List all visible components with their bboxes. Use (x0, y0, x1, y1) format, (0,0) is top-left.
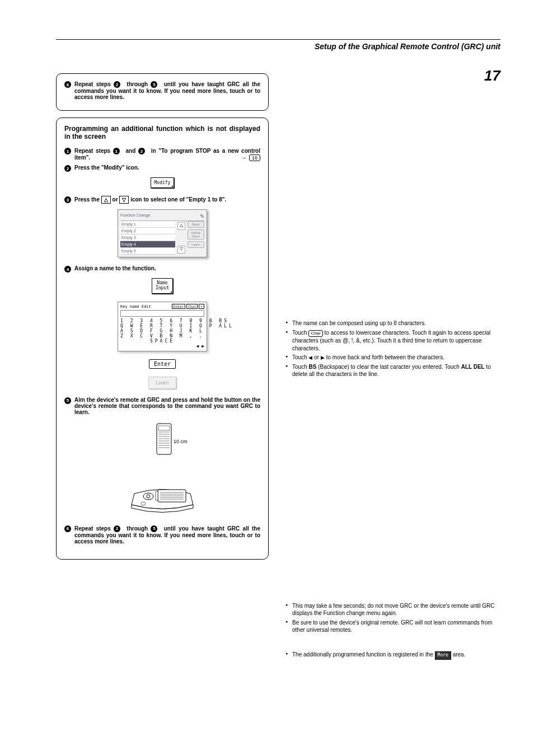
pencil-icon: ✎ (200, 213, 204, 219)
figure-learn: Learn (64, 377, 260, 389)
back-button[interactable]: Back (188, 221, 204, 228)
step-1-text: Repeat steps 1 and 2 in "To program STOP… (74, 147, 260, 161)
list-item[interactable]: Empty 4 (120, 241, 175, 248)
note-item: Be sure to use the device's original rem… (285, 619, 500, 634)
step-badge-inline-5: 5 (151, 81, 157, 88)
enter-button[interactable]: Enter (149, 359, 176, 369)
list-item[interactable]: Empty 1 (120, 221, 175, 228)
step-badge-inline-1: 1 (113, 148, 120, 154)
step-badge-3: 3 (64, 196, 71, 203)
figure-function-change: Function Change✎ Empty 1 Empty 2 Empty 3… (64, 209, 260, 257)
scroll-down-icon[interactable]: ▽ (177, 246, 185, 253)
note-item: The additionally programmed function is … (285, 651, 500, 660)
page-ref-wrap: →16 (241, 154, 260, 161)
step-6-text: Repeat steps 2 through 5 until you have … (74, 81, 260, 100)
up-icon[interactable]: △ (101, 196, 111, 204)
panel-list: Empty 1 Empty 2 Empty 3 Empty 4 Empty 5 (120, 221, 175, 255)
panel-scroll: △ ▽ (177, 221, 185, 255)
remote-diagram: 10 cm (118, 421, 207, 516)
right-arrow-icon[interactable]: ▶ (321, 355, 325, 360)
instruction-box-programming: Programming an additional function which… (56, 118, 269, 560)
page-number: 17 (484, 67, 500, 84)
step-badge-inline-2c: 2 (114, 525, 120, 532)
step-3-text: Press the △ or ▽ icon to select one of "… (74, 196, 260, 204)
keyboard-header: Key name Edit (120, 304, 151, 309)
step-badge-4: 4 (64, 266, 71, 273)
step-6b-text: Repeat steps 2 through 5 until you have … (74, 525, 260, 544)
more-button[interactable]: More (435, 651, 451, 660)
name-input-button[interactable]: Name Input (188, 229, 204, 240)
notes-block-b: This may take a few seconds; do not move… (285, 602, 500, 660)
step-badge-inline-5b: 5 (151, 525, 157, 532)
bs-label: BS (308, 364, 316, 370)
left-column: 6 Repeat steps 2 through 5 until you hav… (56, 73, 269, 677)
note-item: Touch ◀ or ▶ to move back and forth betw… (285, 354, 500, 361)
scroll-up-icon[interactable]: △ (177, 222, 185, 230)
notes-block-a: The name can be composed using up to 8 c… (285, 320, 500, 378)
figure-keyboard: Key name Edit EnterChar✎ 1 2 3 4 5 6 7 8… (64, 302, 260, 351)
panel-side: Back Name Input Learn (188, 221, 204, 255)
name-input-btn[interactable]: Name Input (152, 278, 173, 294)
step-badge-inline-2b: 2 (138, 148, 145, 154)
figure-modify: Modify (64, 177, 260, 188)
down-icon[interactable]: ▽ (119, 196, 129, 204)
step-badge-6b: 6 (64, 525, 71, 532)
kb-arrows[interactable]: ◀ ▶ (120, 344, 204, 349)
note-item: The name can be composed using up to 8 c… (285, 320, 500, 327)
instruction-box-repeat-top: 6 Repeat steps 2 through 5 until you hav… (56, 73, 269, 111)
note-item: Touch Char to access to lowercase charac… (285, 329, 500, 353)
figure-name-input: Name Input (64, 278, 260, 294)
box-heading: Programming an additional function which… (64, 125, 260, 140)
step-4-text: Assign a name to the function. (74, 265, 260, 273)
kb-row[interactable]: A S D F G H J K L (120, 328, 204, 334)
step-badge-inline-2: 2 (114, 81, 120, 88)
kb-row[interactable]: 1 2 3 4 5 6 7 8 9 0 BS (120, 318, 204, 323)
kb-row[interactable]: Q W E R T Y U I O P ALL (120, 323, 204, 328)
function-change-panel: Function Change✎ Empty 1 Empty 2 Empty 3… (118, 209, 207, 257)
svg-rect-0 (157, 424, 171, 454)
section-title: Setup of the Graphical Remote Control (G… (56, 42, 500, 51)
learn-button[interactable]: Learn (148, 377, 176, 389)
step-badge-5: 5 (64, 397, 71, 404)
list-item[interactable]: Empty 5 (120, 248, 175, 255)
note-item: This may take a few seconds; do not move… (285, 602, 500, 617)
svg-rect-14 (156, 491, 158, 500)
list-item[interactable]: Empty 3 (120, 234, 175, 241)
kb-row[interactable]: Z X C V B N M , . (120, 334, 204, 339)
step-2-text: Press the "Modify" icon. (74, 165, 260, 172)
note-item: Touch BS (Backspace) to clear the last c… (285, 363, 500, 378)
kb-enter[interactable]: Enter (172, 304, 185, 309)
distance-label: 10 cm (174, 439, 188, 444)
step-badge-1: 1 (64, 148, 71, 154)
step-badge-2: 2 (64, 165, 71, 172)
step-badge-6: 6 (64, 81, 71, 88)
list-item[interactable]: Empty 2 (120, 228, 175, 234)
right-column: The name can be composed using up to 8 c… (285, 73, 500, 677)
kb-char[interactable]: Char (186, 304, 198, 309)
figure-enter: Enter (64, 359, 260, 369)
modify-button[interactable]: Modify (151, 177, 175, 188)
keyboard-panel: Key name Edit EnterChar✎ 1 2 3 4 5 6 7 8… (118, 302, 207, 351)
step-5-text: Aim the device's remote at GRC and press… (74, 397, 260, 415)
page-ref: 16 (249, 154, 260, 161)
panel-title: Function Change (120, 213, 150, 219)
page: Setup of the Graphical Remote Control (G… (0, 0, 534, 756)
keyboard-input[interactable] (120, 310, 204, 317)
top-rule (56, 39, 500, 40)
kb-row[interactable]: SPACE (120, 339, 204, 344)
figure-remote: 10 cm (64, 421, 260, 517)
alldel-label: ALL DEL (461, 364, 485, 370)
learn-button-small[interactable]: Learn (188, 241, 204, 248)
char-button[interactable]: Char (308, 330, 322, 337)
kb-pencil-icon: ✎ (199, 304, 204, 309)
